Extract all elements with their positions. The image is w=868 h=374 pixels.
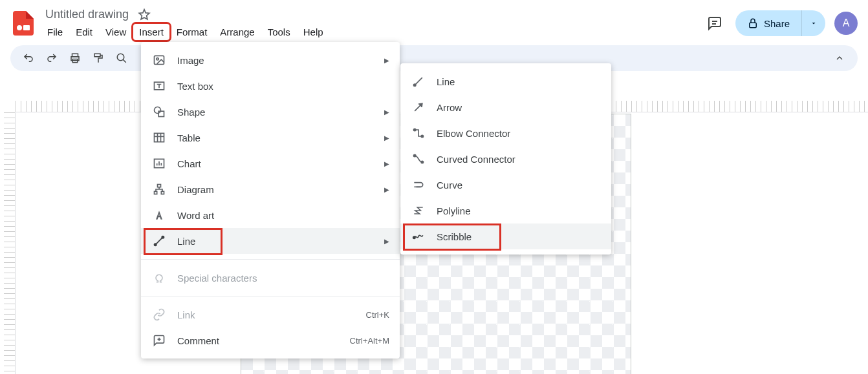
star-icon[interactable] [138, 8, 151, 21]
header-right: Share A [703, 10, 858, 36]
line-option-line[interactable]: Line [400, 68, 611, 94]
redo-button[interactable] [41, 48, 62, 68]
line-option-scribble-label: Scribble [437, 231, 472, 242]
svg-rect-4 [750, 23, 757, 28]
avatar[interactable]: A [834, 12, 858, 35]
menu-tools[interactable]: Tools [262, 24, 296, 40]
svg-rect-26 [161, 191, 164, 194]
svg-point-29 [162, 236, 164, 238]
shortcut-label: Ctrl+Alt+M [350, 336, 389, 346]
submenu-arrow-icon: ▶ [384, 238, 389, 245]
header: Untitled drawing File Edit View Insert F… [0, 0, 868, 41]
scribble-tool-icon [411, 230, 426, 243]
insert-wordart[interactable]: Word art [141, 202, 400, 228]
chart-icon [151, 157, 167, 170]
insert-table-label: Table [177, 132, 201, 143]
shortcut-label: Ctrl+K [366, 310, 389, 320]
doc-title[interactable]: Untitled drawing [41, 6, 133, 23]
menu-arrange[interactable]: Arrange [214, 24, 260, 40]
menu-file[interactable]: File [41, 24, 69, 40]
wordart-icon [151, 209, 167, 222]
zoom-button[interactable] [111, 48, 132, 68]
share-button: Share [735, 10, 825, 36]
line-tool-icon [411, 75, 426, 88]
insert-shape[interactable]: Shape ▶ [141, 99, 400, 125]
submenu-arrow-icon: ▶ [384, 109, 389, 116]
diagram-icon [151, 183, 167, 196]
svg-point-14 [155, 107, 161, 114]
line-icon [151, 234, 167, 247]
arrow-tool-icon [411, 101, 426, 114]
comments-icon[interactable] [703, 12, 726, 35]
line-option-arrow-label: Arrow [437, 102, 462, 113]
table-icon [151, 131, 167, 144]
insert-comment[interactable]: Comment Ctrl+Alt+M [141, 327, 400, 353]
line-option-scribble[interactable]: Scribble [400, 223, 611, 249]
insert-diagram[interactable]: Diagram ▶ [141, 176, 400, 202]
title-area: Untitled drawing File Edit View Insert F… [41, 6, 329, 40]
line-option-elbow[interactable]: Elbow Connector [400, 120, 611, 146]
caret-down-icon [810, 19, 818, 27]
svg-rect-8 [94, 54, 100, 57]
collapse-toolbar-button[interactable] [829, 48, 850, 68]
svg-rect-1 [23, 25, 30, 30]
svg-rect-24 [158, 185, 161, 187]
line-option-arrow[interactable]: Arrow [400, 94, 611, 120]
menu-separator [141, 296, 400, 296]
line-option-curve[interactable]: Curve [400, 172, 611, 198]
shape-icon [151, 105, 167, 118]
line-option-polyline[interactable]: Polyline [400, 198, 611, 223]
insert-image[interactable]: Image ▶ [141, 47, 400, 73]
svg-point-39 [413, 236, 415, 238]
polyline-tool-icon [411, 204, 426, 217]
insert-comment-label: Comment [177, 335, 219, 346]
svg-rect-16 [155, 133, 164, 141]
insert-chart[interactable]: Chart ▶ [141, 151, 400, 176]
svg-rect-25 [155, 191, 157, 194]
menu-help[interactable]: Help [298, 24, 329, 40]
app-logo[interactable] [10, 10, 36, 36]
insert-special-chars: Special characters [141, 265, 400, 291]
lock-icon [747, 17, 759, 29]
comment-add-icon [151, 334, 167, 347]
share-main[interactable]: Share [735, 10, 801, 36]
paint-format-button[interactable] [88, 48, 109, 68]
line-option-line-label: Line [437, 76, 455, 87]
svg-point-28 [155, 244, 157, 245]
svg-point-38 [421, 161, 423, 163]
svg-point-36 [421, 135, 423, 137]
insert-diagram-label: Diagram [177, 184, 214, 195]
insert-wordart-label: Word art [177, 210, 214, 221]
svg-line-10 [123, 59, 126, 63]
menu-view[interactable]: View [100, 24, 132, 40]
svg-point-12 [157, 58, 158, 60]
share-dropdown[interactable] [801, 10, 825, 36]
submenu-arrow-icon: ▶ [384, 186, 389, 193]
menu-bar: File Edit View Insert Format Arrange Too… [41, 24, 329, 40]
insert-table[interactable]: Table ▶ [141, 125, 400, 151]
print-button[interactable] [65, 48, 85, 68]
link-icon [151, 308, 167, 321]
insert-line[interactable]: Line ▶ [141, 228, 400, 254]
line-option-polyline-label: Polyline [437, 205, 471, 216]
submenu-arrow-icon: ▶ [384, 57, 389, 64]
undo-button[interactable] [18, 48, 39, 68]
menu-insert[interactable]: Insert [133, 24, 169, 40]
insert-line-label: Line [177, 236, 195, 247]
line-submenu: Line Arrow Elbow Connector Curved Connec… [400, 63, 611, 255]
menu-format[interactable]: Format [171, 24, 213, 40]
line-option-elbow-label: Elbow Connector [437, 128, 510, 139]
menu-edit[interactable]: Edit [70, 24, 98, 40]
svg-point-35 [414, 129, 416, 130]
curve-tool-icon [411, 178, 426, 191]
image-icon [151, 54, 167, 67]
line-option-curve-label: Curve [437, 180, 462, 191]
svg-point-33 [414, 84, 416, 86]
line-option-curved[interactable]: Curved Connector [400, 146, 611, 172]
insert-textbox[interactable]: Text box [141, 73, 400, 99]
elbow-connector-icon [411, 127, 426, 140]
insert-link-label: Link [177, 309, 195, 320]
svg-rect-15 [158, 111, 164, 116]
insert-link: Link Ctrl+K [141, 302, 400, 327]
share-label: Share [764, 18, 790, 29]
